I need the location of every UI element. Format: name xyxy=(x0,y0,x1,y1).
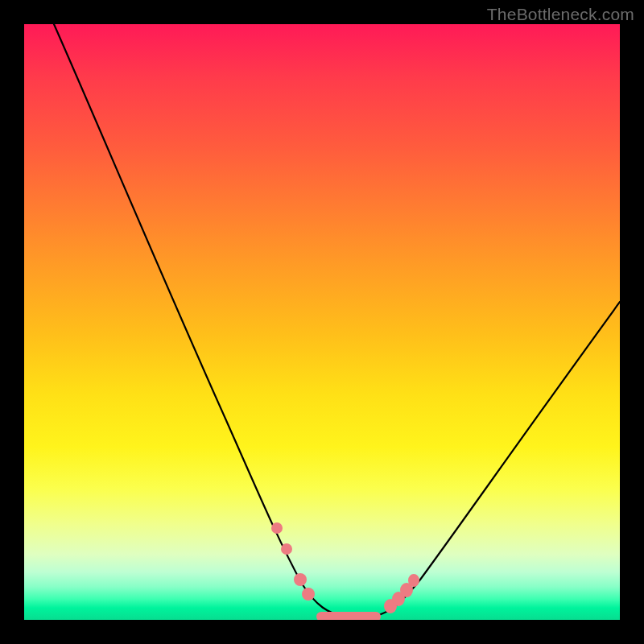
left-marker-2 xyxy=(281,543,292,555)
curves-svg xyxy=(24,24,620,620)
watermark-label: TheBottleneck.com xyxy=(487,5,634,24)
plot-area xyxy=(24,24,620,620)
left-marker-3 xyxy=(294,573,307,586)
left-marker-1 xyxy=(271,522,283,534)
right-marker-4 xyxy=(408,574,419,587)
left-curve-line xyxy=(54,24,346,617)
right-curve-line xyxy=(372,302,620,617)
left-marker-4 xyxy=(302,588,315,601)
chart-frame: TheBottleneck.com xyxy=(0,0,644,644)
flat-bottom-marker xyxy=(316,612,381,620)
